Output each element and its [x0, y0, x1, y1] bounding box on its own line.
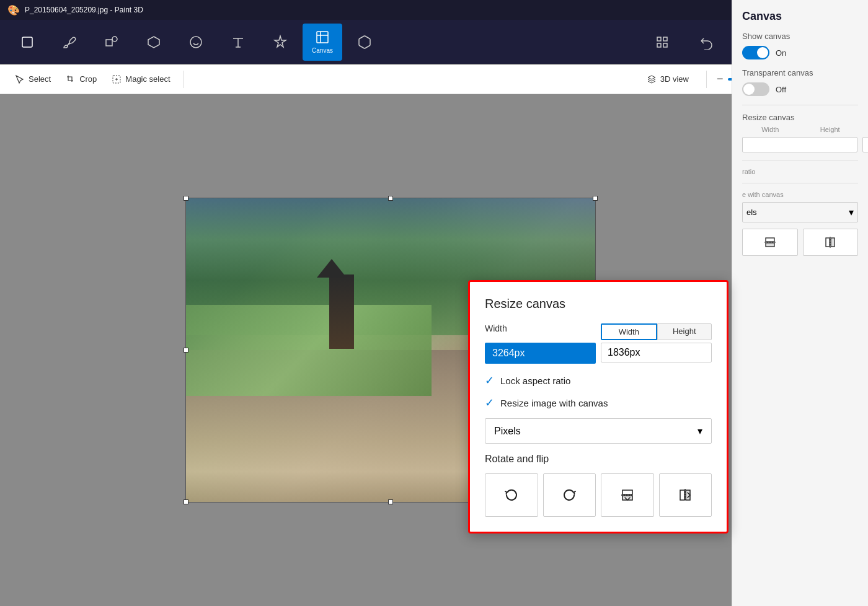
popup-width-group — [485, 343, 596, 364]
toolbar-separator — [183, 71, 184, 88]
zoom-minus[interactable]: − — [717, 72, 724, 86]
magic-select-label: Magic select — [125, 74, 170, 84]
panel-divider — [742, 105, 858, 105]
main-content: Resize canvas Width Width Height — [0, 94, 868, 606]
zoom-separator — [706, 71, 707, 88]
popup-height-tab[interactable]: Height — [657, 323, 712, 340]
toolbar-effects[interactable] — [260, 24, 300, 61]
rotate-right-button[interactable] — [543, 473, 596, 517]
pixels-dropdown[interactable]: Pixels ▾ — [485, 418, 712, 444]
popup-height-group — [601, 343, 712, 362]
toolbar-stickers[interactable] — [176, 24, 216, 61]
svg-point-2 — [112, 37, 117, 42]
pixels-label-partial: els — [746, 208, 845, 217]
height-col-label: Height — [802, 126, 859, 133]
width-col-label: Width — [742, 126, 799, 133]
transparent-canvas-label: Transparent canvas — [742, 68, 858, 77]
magic-select-button[interactable]: Magic select — [104, 71, 177, 88]
resize-popup: Resize canvas Width Width Height — [468, 280, 728, 534]
svg-rect-6 — [663, 37, 667, 41]
crop-label: Crop — [79, 74, 97, 84]
popup-width-header: Width — [485, 323, 596, 340]
resize-handle-bm[interactable] — [388, 499, 393, 504]
toolbar-2d-shapes[interactable] — [92, 24, 131, 61]
resize-image-check[interactable]: ✓ — [485, 396, 494, 410]
app-icon: 🎨 — [7, 4, 20, 16]
resize-image-label: Resize image with canvas — [500, 398, 608, 408]
app-title: P_20150604_205209.jpg - Paint 3D — [25, 6, 143, 14]
dimension-input-row — [742, 137, 858, 152]
show-canvas-state: On — [776, 48, 786, 58]
svg-rect-14 — [680, 490, 684, 500]
pixels-dropdown-label: Pixels — [494, 426, 521, 437]
3d-view-label: 3D view — [660, 74, 689, 84]
svg-rect-0 — [22, 37, 32, 47]
panel-divider-3 — [742, 183, 858, 183]
svg-rect-7 — [657, 43, 661, 47]
svg-rect-8 — [663, 43, 667, 47]
popup-width-input[interactable] — [485, 343, 596, 364]
toolbar-brushes[interactable] — [50, 24, 89, 61]
flip-vertical-btn-partial[interactable] — [742, 229, 798, 256]
toolbar-text[interactable] — [218, 24, 258, 61]
transparent-canvas-state: Off — [776, 85, 786, 94]
svg-rect-5 — [657, 37, 661, 41]
rotate-buttons — [485, 473, 712, 517]
transparent-canvas-toggle[interactable] — [742, 82, 769, 96]
rotate-left-button[interactable] — [485, 473, 538, 517]
panel-title: Canvas — [742, 10, 858, 23]
crop-button[interactable]: Crop — [58, 71, 104, 88]
svg-rect-1 — [106, 40, 112, 46]
svg-rect-4 — [317, 32, 328, 43]
toolbar-3d-library[interactable] — [345, 24, 384, 61]
resize-handle-tm[interactable] — [388, 196, 393, 201]
toolbar-undo[interactable] — [687, 24, 727, 61]
toolbar-project[interactable] — [642, 24, 682, 61]
show-canvas-toggle-thumb — [757, 47, 768, 58]
popup-title: Resize canvas — [485, 297, 712, 311]
popup-width-tab[interactable]: Width — [601, 323, 657, 340]
lock-ratio-label: ratio — [742, 168, 858, 175]
resize-handle-tl[interactable] — [184, 196, 188, 201]
popup-dims-row — [485, 343, 712, 364]
width-input[interactable] — [742, 137, 857, 152]
resize-handle-tr[interactable] — [593, 196, 598, 201]
select-label: Select — [29, 74, 51, 84]
3d-view-button[interactable]: 3D view — [639, 71, 696, 88]
show-canvas-label: Show canvas — [742, 32, 858, 41]
flip-horizontal-button[interactable] — [659, 473, 712, 517]
dropdown-arrow-icon: ▾ — [698, 425, 702, 437]
toolbar-canvas[interactable]: Canvas — [303, 24, 342, 61]
rotate-flip-title: Rotate and flip — [485, 454, 712, 465]
flip-buttons — [742, 229, 858, 256]
height-input[interactable] — [862, 137, 868, 152]
toolbar-3d-shapes[interactable] — [134, 24, 174, 61]
flip-horizontal-btn-partial[interactable] — [803, 229, 859, 256]
resize-with-canvas-label-partial: e with canvas — [742, 191, 858, 198]
toolbar-canvas-label: Canvas — [312, 47, 333, 54]
svg-rect-11 — [622, 490, 632, 494]
titlebar-left: 🎨 P_20150604_205209.jpg - Paint 3D — [7, 4, 143, 16]
toolbar-new[interactable] — [7, 24, 47, 61]
transparent-canvas-toggle-row: Off — [742, 82, 858, 96]
svg-point-3 — [190, 37, 202, 48]
pixels-dropdown-arrow[interactable]: ▾ — [849, 206, 854, 218]
select-button[interactable]: Select — [7, 71, 58, 88]
resize-image-row: ✓ Resize image with canvas — [485, 396, 712, 410]
svg-rect-20 — [826, 238, 830, 247]
show-canvas-toggle-row: On — [742, 46, 858, 59]
lock-aspect-check[interactable]: ✓ — [485, 374, 494, 387]
resize-handle-bl[interactable] — [184, 499, 188, 504]
right-panel: Canvas Show canvas On Transparent canvas… — [732, 0, 868, 606]
flip-vertical-button[interactable] — [601, 473, 654, 517]
lock-aspect-row: ✓ Lock aspect ratio — [485, 374, 712, 387]
svg-rect-18 — [766, 243, 774, 247]
show-canvas-toggle[interactable] — [742, 46, 769, 59]
svg-rect-17 — [766, 238, 774, 242]
resize-canvas-label: Resize canvas — [742, 113, 858, 122]
panel-divider-2 — [742, 160, 858, 160]
svg-rect-21 — [831, 238, 835, 247]
popup-height-input[interactable] — [601, 343, 712, 362]
lock-aspect-label: Lock aspect ratio — [500, 375, 570, 386]
resize-handle-ml[interactable] — [184, 348, 188, 353]
